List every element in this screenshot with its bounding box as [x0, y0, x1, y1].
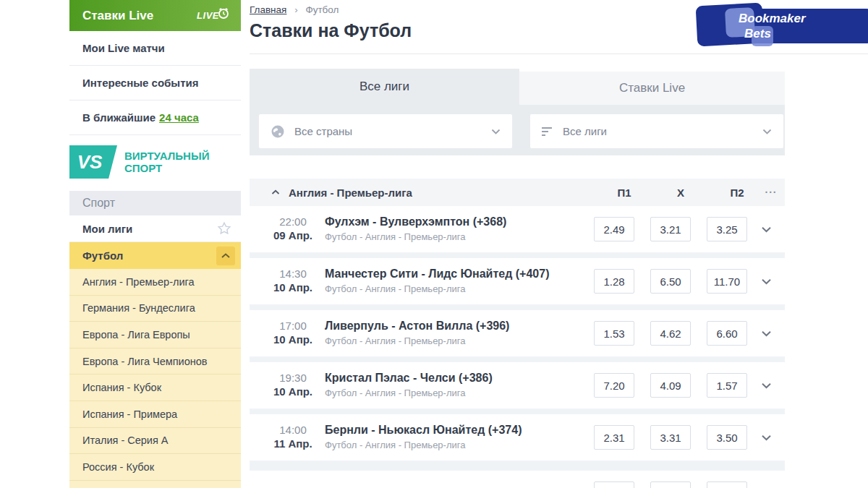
- match-row: 14:3010 Апр.Манчестер Сити - Лидс Юнайте…: [250, 258, 785, 304]
- match-league: Футбол - Англия - Премьер-лига: [325, 440, 594, 452]
- upcoming-24h-link[interactable]: 24 часа: [159, 111, 199, 124]
- vs-logo-icon: VS: [69, 145, 117, 179]
- odd-p1-button[interactable]: 7.20: [594, 373, 634, 398]
- tab-bar: Все лиги Ставки Live: [250, 69, 785, 105]
- expand-match-button[interactable]: [747, 330, 785, 337]
- breadcrumb: Главная › Футбол: [250, 4, 339, 15]
- tab-all-leagues[interactable]: Все лиги: [250, 69, 519, 105]
- odd-x-button[interactable]: 6.50: [650, 269, 691, 294]
- countries-select-value: Все страны: [294, 125, 352, 137]
- sidebar-item-league-partial[interactable]: [69, 481, 241, 488]
- match-league: Футбол - Англия - Премьер-лига: [325, 335, 594, 348]
- expand-match-button[interactable]: [747, 435, 785, 441]
- odds-group: [594, 481, 747, 488]
- match-title: Вест Хэм - Лестер (+395): [325, 486, 594, 488]
- match-row: 17:0010 Апр.Ливерпуль - Астон Вилла (+39…: [250, 310, 785, 356]
- odd-p2-button[interactable]: 3.25: [707, 217, 747, 241]
- sidebar-item-league[interactable]: Испания - Примера: [69, 401, 241, 428]
- odd-x-button[interactable]: 3.21: [650, 217, 691, 241]
- odd-x-button[interactable]: 4.09: [650, 373, 691, 398]
- collapse-football-button[interactable]: [216, 247, 235, 265]
- leagues-select[interactable]: Все лиги: [530, 114, 783, 148]
- match-time: 14:0011 Апр.: [271, 424, 315, 451]
- match-start-date: 10 Апр.: [271, 385, 315, 399]
- match-info[interactable]: Ливерпуль - Астон Вилла (+396)Футбол - А…: [315, 319, 594, 348]
- match-info[interactable]: Кристал Пэлас - Челси (+386)Футбол - Анг…: [315, 371, 594, 400]
- odd-p1-button[interactable]: 1.53: [594, 321, 634, 346]
- odds-group: 1.534.626.60: [594, 321, 747, 346]
- chevron-down-icon: [761, 435, 772, 441]
- match-info[interactable]: Бернли - Ньюкасл Юнайтед (+374)Футбол - …: [315, 423, 594, 452]
- match-title: Фулхэм - Вулверхэмптон (+368): [325, 215, 594, 230]
- odd-p1-button[interactable]: [594, 481, 634, 488]
- odd-p2-button[interactable]: 6.60: [707, 321, 747, 346]
- sidebar-item-interesting[interactable]: Интересные события: [69, 66, 241, 100]
- match-info[interactable]: Фулхэм - Вулверхэмптон (+368)Футбол - Ан…: [315, 215, 594, 244]
- odd-x-button[interactable]: 3.31: [650, 425, 691, 450]
- match-start-time: 14:00: [271, 424, 315, 437]
- match-title: Бернли - Ньюкасл Юнайтед (+374): [325, 423, 594, 438]
- sidebar-item-my-leagues[interactable]: Мои лиги: [69, 215, 241, 242]
- odds-column-headers: П1 X П2: [604, 187, 757, 199]
- expand-match-button[interactable]: [747, 278, 785, 285]
- league-list: Англия - Премьер-лигаГермания - Бундесли…: [69, 269, 241, 488]
- match-row: 14:0011 Апр.Бернли - Ньюкасл Юнайтед (+3…: [250, 414, 785, 461]
- virtual-sport-banner[interactable]: VS ВИРТУАЛЬНЫЙ СПОРТ: [69, 145, 241, 179]
- odds-group: 2.313.313.50: [594, 425, 747, 450]
- odd-p2-button[interactable]: [707, 481, 747, 488]
- page-title: Ставки на Футбол: [250, 20, 412, 41]
- row-separator: [250, 408, 785, 414]
- expand-match-button[interactable]: [747, 226, 785, 233]
- odd-p1-button[interactable]: 1.28: [594, 269, 634, 294]
- odd-p2-button[interactable]: 3.50: [707, 425, 747, 450]
- sidebar-item-league[interactable]: Европа - Лига Европы: [69, 322, 241, 348]
- sidebar-item-league[interactable]: Россия - Кубок: [69, 454, 241, 481]
- sidebar-item-league[interactable]: Испания - Кубок: [69, 374, 241, 401]
- logo-text-line2: Bets: [744, 27, 771, 41]
- countries-select[interactable]: Все страны: [259, 114, 512, 148]
- chevron-down-icon: [761, 278, 772, 285]
- sidebar-item-league[interactable]: Европа - Лига Чемпионов: [69, 348, 241, 375]
- odds-group: 7.204.091.57: [594, 373, 747, 398]
- leagues-select-value: Все лиги: [563, 125, 607, 137]
- virtual-sport-label: ВИРТУАЛЬНЫЙ СПОРТ: [124, 150, 209, 175]
- chevron-down-icon: [761, 226, 772, 233]
- more-columns-button[interactable]: ···: [757, 187, 785, 198]
- filter-lines-icon: [542, 127, 553, 137]
- odd-x-button[interactable]: 4.62: [650, 321, 691, 346]
- bookmaker-bets-logo: Bookmaker Bets: [697, 4, 868, 46]
- odd-p2-button[interactable]: 11.70: [707, 269, 747, 294]
- sidebar-item-my-live[interactable]: Мои Live матчи: [69, 31, 241, 66]
- match-info[interactable]: Манчестер Сити - Лидс Юнайтед (+407)Футб…: [315, 267, 594, 296]
- league-group-header: Англия - Премьер-лига П1 X П2 ···: [250, 179, 785, 206]
- odd-p1-button[interactable]: 2.49: [594, 217, 634, 241]
- header-divider: [250, 53, 868, 54]
- expand-match-button[interactable]: [747, 382, 785, 389]
- match-row: 22:0009 Апр.Фулхэм - Вулверхэмптон (+368…: [250, 206, 785, 252]
- tab-live[interactable]: Ставки Live: [519, 72, 785, 105]
- sidebar-item-football[interactable]: Футбол: [69, 242, 241, 269]
- odd-p2-button[interactable]: 1.57: [707, 373, 747, 398]
- match-start-time: 19:30: [271, 372, 315, 385]
- breadcrumb-home-link[interactable]: Главная: [250, 4, 286, 15]
- sidebar-live-header[interactable]: Ставки Live LIVE: [69, 0, 241, 31]
- sidebar-item-league[interactable]: Италия - Серия А: [69, 428, 241, 455]
- row-separator: [250, 356, 785, 362]
- sidebar-item-league[interactable]: Германия - Бундеслига: [69, 296, 241, 322]
- chevron-up-icon[interactable]: [271, 189, 280, 195]
- row-separator: [250, 252, 785, 258]
- match-start-time: 17:00: [271, 320, 315, 333]
- match-list: 22:0009 Апр.Фулхэм - Вулверхэмптон (+368…: [250, 206, 785, 488]
- odd-x-button[interactable]: [650, 481, 691, 488]
- sidebar-item-league[interactable]: Англия - Премьер-лига: [69, 269, 241, 296]
- sport-section-header: Спорт: [69, 191, 241, 215]
- breadcrumb-separator: ›: [294, 4, 298, 15]
- match-start-date: 09 Апр.: [271, 229, 315, 243]
- sidebar-item-upcoming[interactable]: В ближайшие 24 часа: [69, 100, 241, 135]
- live-header-label: Ставки Live: [82, 9, 153, 23]
- match-title: Кристал Пэлас - Челси (+386): [325, 371, 594, 386]
- league-group-title: Англия - Премьер-лига: [289, 187, 412, 199]
- match-start-time: 22:00: [271, 215, 315, 229]
- odd-p1-button[interactable]: 2.31: [594, 425, 634, 450]
- match-info[interactable]: Вест Хэм - Лестер (+395): [315, 486, 594, 488]
